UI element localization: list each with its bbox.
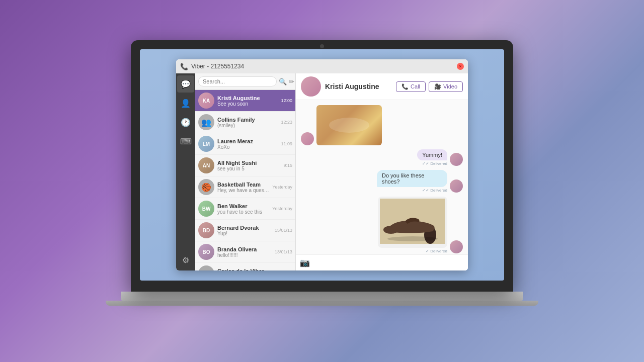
contact-time: 9:15 bbox=[283, 163, 292, 168]
contact-time: Yesterday bbox=[272, 185, 292, 190]
contact-item[interactable]: BDBernard DvorakYup!15/01/13 bbox=[195, 220, 295, 241]
contact-name: Basketball Team bbox=[217, 182, 269, 188]
laptop-screen: 📞 Viber - 2125551234 × 💬 👤 🕐 ⌨ ⚙ bbox=[140, 49, 504, 281]
contact-avatar: BD bbox=[198, 222, 214, 238]
search-bar: 🔍 ✏ bbox=[195, 73, 295, 90]
laptop-bezel: 📞 Viber - 2125551234 × 💬 👤 🕐 ⌨ ⚙ bbox=[131, 40, 513, 292]
contact-info: Kristi AugustineSee you soon bbox=[217, 95, 278, 107]
chat-messages: Yummy! ✓✓ Delivered Do you like these sh… bbox=[296, 100, 468, 254]
sidebar-item-dialer[interactable]: ⌨ bbox=[177, 133, 194, 150]
contact-name: Kristi Augustine bbox=[217, 95, 278, 101]
contact-name: Collins Family bbox=[217, 117, 278, 123]
contact-info: Bernard DvorakYup! bbox=[217, 225, 272, 236]
contact-item[interactable]: ANAll Night Sushisee you in 59:15 bbox=[195, 155, 295, 176]
sidebar-item-chats[interactable]: 💬 bbox=[177, 75, 194, 93]
contact-time: 11:09 bbox=[281, 141, 292, 146]
contact-avatar: 🏀 bbox=[198, 179, 214, 195]
compose-icon[interactable]: ✏ bbox=[289, 78, 294, 85]
contact-info: Collins Family(smiley) bbox=[217, 117, 278, 128]
contact-info: Basketball TeamHey, we have a question a… bbox=[217, 182, 269, 193]
contact-name: All Night Sushi bbox=[217, 160, 280, 166]
contact-time: 12:00 bbox=[281, 98, 292, 103]
bubble-text-shoes: Do you like these shoes? bbox=[377, 170, 447, 187]
chat-header-avatar bbox=[301, 76, 321, 97]
laptop-base bbox=[121, 292, 523, 301]
contact-avatar: AN bbox=[198, 157, 214, 173]
contact-info: All Night Sushisee you in 5 bbox=[217, 160, 280, 171]
chat-input-bar: 📷 bbox=[296, 254, 468, 270]
contact-preview: hello!!!!!!! bbox=[217, 252, 272, 258]
chat-panel: Kristi Augustine 📞 Call 🎥 Video bbox=[296, 73, 468, 270]
message-shoes-question: Do you like these shoes? ✓✓ Delivered bbox=[377, 170, 463, 193]
contact-avatar: LM bbox=[198, 136, 214, 152]
msg-avatar bbox=[301, 132, 314, 145]
laptop-camera bbox=[320, 44, 324, 48]
title-bar: 📞 Viber - 2125551234 × bbox=[176, 59, 468, 73]
contact-preview: you have to see this bbox=[217, 209, 269, 215]
window-title: Viber - 2125551234 bbox=[191, 63, 457, 70]
app-body: 💬 👤 🕐 ⌨ ⚙ 🔍 ✏ bbox=[176, 73, 468, 270]
contact-name: Branda Olivera bbox=[217, 246, 272, 252]
contacts-scroll: KAKristi AugustineSee you soon12:00👥Coll… bbox=[195, 90, 295, 270]
chat-header-name: Kristi Augustine bbox=[325, 82, 392, 90]
contact-item[interactable]: BWBen Walkeryou have to see thisYesterda… bbox=[195, 198, 295, 220]
contact-item[interactable]: KAKristi AugustineSee you soon12:00 bbox=[195, 90, 295, 112]
contact-avatar: BO bbox=[198, 244, 214, 260]
contact-time: Yesterday bbox=[272, 206, 292, 211]
search-icon[interactable]: 🔍 bbox=[279, 78, 287, 85]
msg-avatar-self2 bbox=[450, 179, 463, 193]
contact-name: Bernard Dvorak bbox=[217, 225, 272, 231]
message-input[interactable] bbox=[313, 260, 464, 266]
contact-info: Ben Walkeryou have to see this bbox=[217, 203, 269, 215]
message-yummy: Yummy! ✓✓ Delivered bbox=[417, 149, 463, 166]
contact-preview: (smiley) bbox=[217, 123, 278, 128]
video-icon: 🎥 bbox=[434, 83, 441, 90]
call-button[interactable]: 📞 Call bbox=[396, 81, 426, 92]
video-label: Video bbox=[443, 83, 457, 89]
sidebar-item-settings[interactable]: ⚙ bbox=[177, 251, 194, 268]
contact-time: 13/01/13 bbox=[275, 249, 292, 254]
contact-preview: XoXo bbox=[217, 144, 278, 150]
contact-avatar: 👥 bbox=[198, 114, 214, 130]
laptop: 📞 Viber - 2125551234 × 💬 👤 🕐 ⌨ ⚙ bbox=[126, 40, 518, 322]
contact-avatar: BW bbox=[198, 201, 214, 217]
laptop-foot bbox=[106, 301, 538, 306]
chat-header: Kristi Augustine 📞 Call 🎥 Video bbox=[296, 73, 468, 100]
message-status-shoes-img: ✓ Delivered bbox=[426, 249, 447, 253]
contact-item[interactable]: 👥Collins Family(smiley)12:23 bbox=[195, 112, 295, 133]
contact-item[interactable]: 🏀Basketball TeamHey, we have a question … bbox=[195, 176, 295, 198]
sidebar-item-contacts[interactable]: 👤 bbox=[177, 95, 194, 112]
contact-info: Branda Oliverahello!!!!!!! bbox=[217, 246, 272, 258]
contact-name: Carlos de la Viber bbox=[217, 268, 272, 271]
msg-avatar-self bbox=[450, 153, 463, 166]
bubble-text: Yummy! bbox=[417, 149, 447, 160]
contact-info: Lauren MerazXoXo bbox=[217, 138, 278, 150]
msg-avatar-self3 bbox=[450, 240, 463, 253]
contact-item[interactable]: LMLauren MerazXoXo11:09 bbox=[195, 133, 295, 155]
phone-icon: 📞 bbox=[401, 83, 409, 90]
contact-list: 🔍 ✏ KAKristi AugustineSee you soon12:00👥… bbox=[195, 73, 296, 270]
food-image bbox=[316, 105, 382, 145]
viber-window: 📞 Viber - 2125551234 × 💬 👤 🕐 ⌨ ⚙ bbox=[176, 59, 468, 270]
contact-preview: See you soon bbox=[217, 101, 278, 107]
contact-preview: see you in 5 bbox=[217, 166, 280, 171]
message-food-image bbox=[301, 105, 382, 145]
sidebar-icons: 💬 👤 🕐 ⌨ ⚙ bbox=[176, 73, 195, 270]
message-status: ✓✓ Delivered bbox=[422, 161, 447, 166]
contact-item[interactable]: CLCarlos de la Viberhave a good night ho… bbox=[195, 263, 295, 270]
contact-name: Lauren Meraz bbox=[217, 138, 278, 144]
contact-time: 15/01/13 bbox=[275, 228, 292, 233]
contact-avatar: CL bbox=[198, 265, 214, 270]
message-shoes-image: ✓ Delivered bbox=[378, 197, 463, 253]
svg-point-3 bbox=[387, 236, 438, 241]
contact-preview: Hey, we have a question about bbox=[217, 188, 269, 193]
contact-info: Carlos de la Viberhave a good night hon bbox=[217, 268, 272, 271]
video-button[interactable]: 🎥 Video bbox=[429, 81, 463, 92]
close-button[interactable]: × bbox=[457, 63, 464, 70]
contact-name: Ben Walker bbox=[217, 203, 269, 209]
camera-icon[interactable]: 📷 bbox=[300, 258, 310, 267]
search-input[interactable] bbox=[198, 76, 277, 86]
viber-logo-icon: 📞 bbox=[180, 63, 188, 70]
sidebar-item-recent[interactable]: 🕐 bbox=[177, 114, 194, 131]
contact-item[interactable]: BOBranda Oliverahello!!!!!!!13/01/13 bbox=[195, 241, 295, 263]
